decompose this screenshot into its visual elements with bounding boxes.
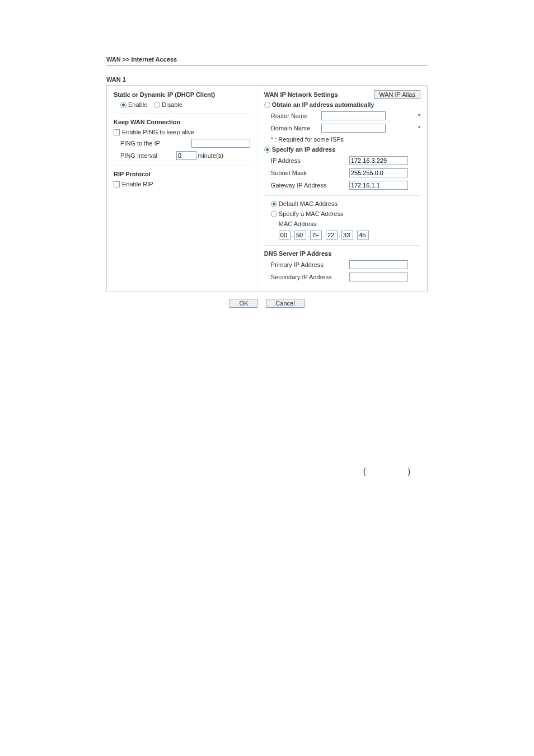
- ping-interval-input[interactable]: [176, 151, 196, 160]
- cancel-button[interactable]: Cancel: [266, 299, 304, 308]
- specify-mac-label: Specify a MAC Address: [279, 210, 344, 217]
- mac-4[interactable]: [341, 231, 353, 240]
- mac-5[interactable]: [357, 231, 369, 240]
- enable-ping-label: Enable PING to keep alive: [122, 129, 194, 135]
- enable-rip-label: Enable RIP: [122, 181, 153, 187]
- gateway-row: Gateway IP Address: [264, 181, 420, 190]
- ip-address-row: IP Address: [264, 156, 420, 165]
- separator: [114, 114, 250, 114]
- enable-disable-row: Enable Disable: [114, 101, 250, 108]
- subnet-row: Subnet Mask: [264, 168, 420, 177]
- obtain-auto-label: Obtain an IP address automatically: [272, 101, 374, 108]
- domain-name-label: Domain Name: [271, 125, 321, 132]
- main-panel: Static or Dynamic IP (DHCP Client) Enabl…: [106, 85, 428, 292]
- secondary-dns-input[interactable]: [349, 273, 408, 281]
- router-name-row: Router Name *: [264, 111, 420, 120]
- specify-ip-label: Specify an IP address: [272, 146, 336, 153]
- left-column: Static or Dynamic IP (DHCP Client) Enabl…: [107, 86, 257, 292]
- default-mac-radio[interactable]: [271, 201, 277, 207]
- subnet-input[interactable]: [349, 168, 408, 177]
- specify-ip-row: Specify an IP address: [264, 146, 420, 153]
- dns-title: DNS Server IP Address: [264, 250, 420, 257]
- wan-ip-title: WAN IP Network Settings: [264, 91, 338, 98]
- separator: [264, 195, 420, 196]
- specify-ip-radio[interactable]: [264, 147, 270, 153]
- button-row: OK Cancel: [106, 299, 428, 308]
- enable-rip-checkbox[interactable]: [114, 181, 120, 187]
- conn-type-title: Static or Dynamic IP (DHCP Client): [114, 91, 250, 98]
- enable-radio[interactable]: [120, 102, 127, 108]
- ip-address-label: IP Address: [271, 157, 349, 164]
- obtain-auto-radio[interactable]: [264, 102, 270, 108]
- mac-address-label: MAC Address:: [264, 220, 420, 227]
- domain-name-row: Domain Name *: [264, 124, 420, 133]
- default-mac-row: Default MAC Address: [264, 200, 420, 207]
- mac-2[interactable]: [310, 231, 322, 240]
- breadcrumb: WAN >> Internet Access: [106, 56, 428, 66]
- specify-mac-row: Specify a MAC Address: [264, 210, 420, 217]
- separator: [264, 245, 420, 246]
- secondary-dns-row: Secondary IP Address: [264, 273, 420, 281]
- domain-name-input[interactable]: [321, 124, 386, 133]
- paren-block: （ ）: [106, 464, 428, 478]
- subnet-label: Subnet Mask: [271, 170, 349, 176]
- mac-address-row: . . . . .: [272, 231, 420, 240]
- enable-ping-checkbox[interactable]: [114, 129, 120, 135]
- required-note: * : Required for some ISPs: [264, 136, 420, 143]
- primary-dns-row: Primary IP Address: [264, 260, 420, 269]
- ping-to-ip-row: PING to the IP: [114, 139, 250, 148]
- separator: [114, 166, 250, 166]
- ping-to-ip-input[interactable]: [191, 139, 250, 148]
- router-name-label: Router Name: [271, 112, 321, 119]
- rip-title: RIP Protocol: [114, 171, 250, 177]
- wan-ip-alias-button[interactable]: WAN IP Alias: [374, 90, 420, 99]
- disable-radio[interactable]: [154, 102, 160, 108]
- router-name-input[interactable]: [321, 111, 386, 120]
- enable-ping-row: Enable PING to keep alive: [114, 129, 250, 135]
- right-column: WAN IP Network Settings WAN IP Alias Obt…: [257, 86, 427, 292]
- gateway-label: Gateway IP Address: [271, 182, 349, 189]
- keep-wan-title: Keep WAN Connection: [114, 119, 250, 125]
- gateway-input[interactable]: [349, 181, 408, 190]
- obtain-auto-row: Obtain an IP address automatically: [264, 101, 420, 108]
- secondary-dns-label: Secondary IP Address: [271, 274, 349, 280]
- ok-button[interactable]: OK: [229, 299, 257, 308]
- ping-interval-row: PING Interval minute(s): [114, 151, 250, 160]
- enable-rip-row: Enable RIP: [114, 181, 250, 187]
- mac-3[interactable]: [326, 231, 338, 240]
- disable-label: Disable: [162, 101, 182, 108]
- asterisk: *: [418, 125, 420, 132]
- ping-to-ip-label: PING to the IP: [120, 140, 191, 147]
- open-paren: （: [357, 466, 367, 477]
- default-mac-label: Default MAC Address: [279, 200, 338, 207]
- mac-0[interactable]: [279, 231, 291, 240]
- wan-ip-header: WAN IP Network Settings WAN IP Alias: [264, 90, 420, 99]
- asterisk: *: [418, 112, 420, 119]
- ping-interval-label: PING Interval: [120, 152, 176, 159]
- close-paren: ）: [406, 466, 416, 477]
- primary-dns-label: Primary IP Address: [271, 261, 349, 268]
- primary-dns-input[interactable]: [349, 260, 408, 269]
- specify-mac-radio[interactable]: [271, 211, 277, 217]
- enable-label: Enable: [128, 101, 147, 108]
- mac-1[interactable]: [294, 231, 306, 240]
- ip-address-input[interactable]: [349, 156, 408, 165]
- wan-section-title: WAN 1: [106, 76, 428, 83]
- ping-interval-unit: minute(s): [198, 152, 223, 159]
